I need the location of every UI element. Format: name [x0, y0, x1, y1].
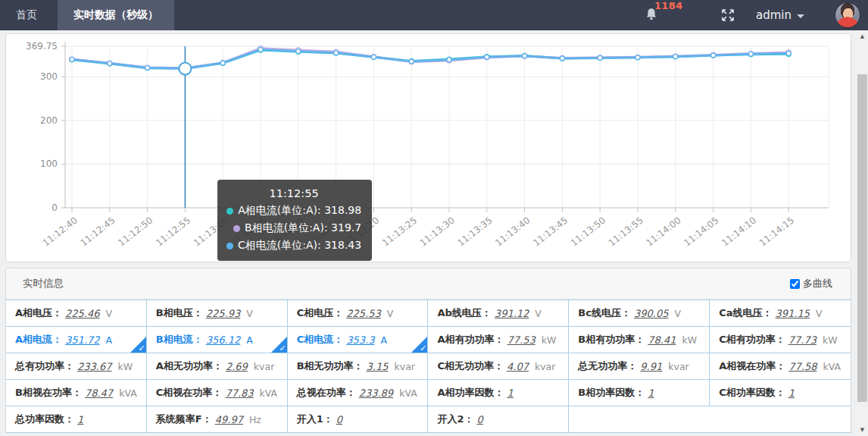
avatar[interactable]	[835, 2, 860, 28]
chevron-down-icon	[797, 14, 804, 18]
navbar-right: 1184 admin	[641, 0, 868, 30]
cell-label: C相无功功率：	[437, 359, 504, 373]
scroll-up-button[interactable]: ▲	[857, 30, 868, 42]
cell-value: 356.12	[206, 334, 241, 346]
info-cell[interactable]: A相有功功率：77.53kW	[428, 327, 569, 353]
cell-value: 2.69	[226, 361, 248, 372]
info-cell[interactable]: B相电压：225.93V	[147, 300, 288, 327]
cell-label: Ca线电压：	[719, 306, 772, 320]
info-cell[interactable]: 开入1：0	[288, 406, 429, 433]
tab-realtime-label: 实时数据（秒级）	[73, 8, 158, 22]
cell-label: C相电压：	[297, 306, 344, 320]
info-cell[interactable]: C相电压：225.53V	[288, 300, 429, 327]
user-menu[interactable]: admin	[756, 8, 804, 22]
info-cell[interactable]: 总无功功率：9.91kvar	[569, 353, 710, 380]
svg-text:11:14:00: 11:14:00	[645, 215, 683, 248]
svg-text:11:13:10: 11:13:10	[267, 215, 306, 248]
fullscreen-button[interactable]	[720, 7, 736, 24]
notification-count-badge: 1184	[654, 0, 682, 11]
cell-label: A相电流：	[15, 333, 62, 347]
cell-label: A相功率因数：	[437, 386, 504, 400]
svg-text:11:12:45: 11:12:45	[79, 215, 117, 248]
svg-text:11:14:05: 11:14:05	[682, 215, 720, 248]
svg-text:11:13:05: 11:13:05	[229, 215, 268, 248]
tab-home[interactable]: 首页	[0, 0, 53, 30]
cell-label: B相电压：	[156, 306, 203, 320]
measurements-table: A相电压：225.46VB相电压：225.93VC相电压：225.53VAb线电…	[6, 300, 851, 433]
cell-label: B相功率因数：	[578, 386, 645, 400]
info-cell[interactable]: C相功率因数：1	[710, 380, 851, 406]
info-cell[interactable]: Bc线电压：390.05V	[569, 300, 710, 327]
info-cell[interactable]: 总视在功率：233.89kVA	[288, 380, 429, 406]
info-cell[interactable]: 开入2：0	[428, 406, 569, 433]
cell-label: B相有功功率：	[578, 333, 645, 347]
svg-text:11:13:00: 11:13:00	[192, 215, 230, 248]
svg-text:300: 300	[40, 71, 58, 82]
cell-value: 390.05	[634, 308, 669, 319]
cell-unit: kW	[823, 334, 838, 346]
svg-text:11:13:15: 11:13:15	[304, 215, 343, 248]
cell-label: 总功率因数：	[15, 412, 74, 426]
cell-value: 77.83	[225, 387, 253, 399]
info-cell[interactable]: A相功率因数：1	[428, 380, 569, 406]
svg-text:11:12:55: 11:12:55	[154, 215, 192, 248]
info-cell[interactable]: C相无功功率：4.07kvar	[428, 353, 569, 380]
info-cell[interactable]: B相视在功率：78.47kVA	[6, 380, 147, 406]
tab-home-label: 首页	[16, 8, 37, 22]
info-cell[interactable]: C相电流：353.3A✓	[288, 327, 429, 353]
cell-value: 1	[507, 387, 514, 399]
cell-unit: V	[106, 308, 113, 319]
info-cell[interactable]: 总有功功率：233.67kW	[6, 353, 147, 380]
info-cell[interactable]: A相无功功率：2.69kvar	[147, 353, 288, 380]
info-cell[interactable]: B相电流：356.12A✓	[147, 327, 288, 353]
cell-value: 391.15	[775, 308, 810, 319]
info-cell[interactable]: 系统频率F：49.97Hz	[147, 406, 288, 433]
cell-value: 225.93	[206, 308, 241, 319]
svg-text:369.75: 369.75	[26, 41, 58, 52]
svg-text:11:14:10: 11:14:10	[720, 215, 758, 248]
cell-label: 系统频率F：	[156, 412, 212, 426]
realtime-current-chart[interactable]: 0100200300369.7511:12:4011:12:4511:12:50…	[6, 34, 851, 260]
cell-label: 开入2：	[437, 412, 473, 426]
cell-unit: kVA	[119, 387, 137, 399]
notification-button[interactable]: 1184	[641, 0, 676, 30]
svg-text:11:13:30: 11:13:30	[418, 215, 457, 248]
cell-label: 总视在功率：	[297, 386, 356, 400]
cell-value: 0	[477, 414, 483, 425]
scrollbar-thumb[interactable]	[857, 74, 867, 402]
info-cell[interactable]: A相电压：225.46V	[6, 300, 147, 327]
svg-text:0: 0	[52, 202, 58, 213]
cell-label: C相有功功率：	[719, 333, 785, 347]
cell-value: 49.97	[215, 414, 243, 425]
top-navbar: 首页 实时数据（秒级） 1184 admin	[0, 0, 868, 30]
info-cell[interactable]: A相视在功率：77.58kVA	[710, 353, 851, 380]
svg-text:11:13:45: 11:13:45	[531, 215, 570, 248]
vertical-scrollbar[interactable]: ▲ ▼	[857, 30, 868, 436]
cell-unit: kvar	[535, 361, 555, 372]
multi-curve-checkbox[interactable]	[790, 279, 800, 289]
info-cell[interactable]: Ca线电压：391.15V	[710, 300, 851, 327]
info-cell[interactable]: C相视在功率：77.83kVA	[147, 380, 288, 406]
info-cell[interactable]: B相无功功率：3.15kvar	[288, 353, 429, 380]
info-cell[interactable]: A相电流：351.72A✓	[6, 327, 147, 353]
cell-value: 78.41	[648, 334, 676, 346]
info-cell[interactable]: C相有功功率：77.73kW	[710, 327, 851, 353]
svg-text:11:14:15: 11:14:15	[757, 215, 796, 248]
selected-check-icon: ✓	[139, 343, 145, 353]
svg-text:11:13:20: 11:13:20	[342, 215, 381, 248]
scroll-down-button[interactable]: ▼	[857, 424, 868, 436]
cell-value: 353.3	[346, 334, 374, 346]
multi-curve-label: 多曲线	[803, 277, 832, 290]
main-content: 0100200300369.7511:12:4011:12:4511:12:50…	[0, 30, 857, 436]
tab-realtime-data[interactable]: 实时数据（秒级）	[58, 0, 174, 30]
info-cell[interactable]: B相有功功率：78.41kW	[569, 327, 710, 353]
info-cell-empty	[569, 406, 851, 433]
cell-value: 225.46	[65, 308, 100, 319]
info-cell[interactable]: 总功率因数：1	[6, 406, 147, 433]
info-cell[interactable]: Ab线电压：391.12V	[428, 300, 569, 327]
info-cell[interactable]: B相功率因数：1	[569, 380, 710, 406]
cell-unit: kVA	[399, 387, 417, 399]
svg-text:100: 100	[40, 158, 58, 169]
cell-label: C相视在功率：	[156, 386, 223, 400]
multi-curve-toggle[interactable]: 多曲线	[790, 277, 832, 290]
